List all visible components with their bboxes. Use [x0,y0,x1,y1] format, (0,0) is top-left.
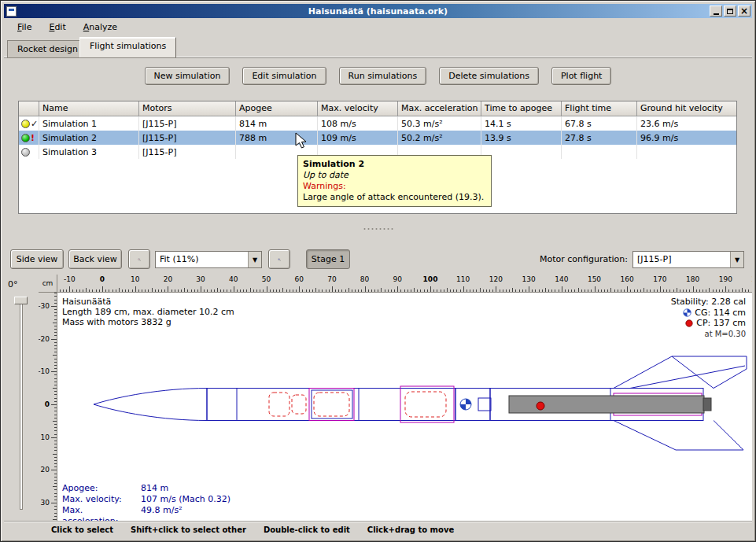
stability-info: Stability: 2.28 cal CG: 114 cm CP: 137 c… [671,297,746,339]
ruler-unit: cm [39,275,57,293]
menu-edit[interactable]: Edit [42,20,72,34]
table-cell[interactable]: [J115-P] [139,145,236,159]
status-cell [19,145,39,159]
zoom-out-button[interactable] [128,249,150,269]
cg-value: CG: 114 cm [695,308,746,319]
table-cell[interactable]: [J115-P] [139,131,236,145]
status-hint: Click+drag to move [367,525,454,534]
motor-nozzle [703,398,711,411]
maximize-icon [727,9,733,14]
run-simulations-button[interactable]: Run simulations [339,67,427,85]
zoom-in-button[interactable] [268,249,290,269]
window-title: Haisunäätä (haisunaata.ork) [4,6,752,17]
rocket-canvas[interactable]: Haisunäätä Length 189 cm, max. diameter … [57,293,752,521]
column-header[interactable]: Time to apogee [481,101,562,116]
column-header[interactable]: Motors [139,101,236,116]
motor-configuration-label: Motor configuration: [540,254,628,264]
minimize-button[interactable] [710,6,722,17]
table-cell[interactable]: 23.6 m/s [637,116,737,131]
rocket-name: Haisunäätä [62,297,234,307]
table-cell[interactable]: 14.1 s [481,116,562,131]
status-hint: Shift+click to select other [131,525,246,534]
cp-marker [537,402,544,410]
table-cell[interactable] [637,145,737,159]
table-cell[interactable]: 50.2 m/s² [398,131,481,145]
menu-analyze[interactable]: Analyze [76,20,124,34]
table-cell[interactable]: Simulation 2 [39,131,139,145]
mach-condition: at M=0.30 [671,329,746,340]
zoom-select[interactable]: Fit (11%) ▼ [155,251,262,268]
rotation-value: 0° [8,279,18,289]
column-header[interactable]: Max. acceleration [398,101,481,116]
motor-configuration-select[interactable]: [J115-P] ▼ [632,251,744,268]
table-cell[interactable]: Simulation 3 [39,145,139,159]
edit-simulation-button[interactable]: Edit simulation [242,67,326,85]
flight-stat-value: 814 m [141,483,168,494]
tab-rocket-design[interactable]: Rocket design [7,40,88,57]
status-hint: Click to select [51,525,113,534]
table-cell[interactable]: Simulation 1 [39,116,139,131]
maximize-button[interactable] [724,6,736,17]
motor-configuration-value: [J115-P] [633,252,730,267]
splitpane-divider[interactable] [363,228,393,230]
table-cell[interactable]: 13.9 s [481,131,562,145]
table-cell[interactable]: 109 m/s [318,131,398,145]
table-cell[interactable] [481,145,562,159]
table-cell[interactable]: 27.8 s [562,131,637,145]
horizontal-ruler: -100102030405060708090100110120130140150… [57,275,752,293]
view-toolbar: Side view Back view Fit (11%) ▼ Stage 1 … [4,245,752,275]
table-cell[interactable]: 67.8 s [562,116,637,131]
side-view-button[interactable]: Side view [10,249,64,269]
menubar: FileEditAnalyze [4,19,752,35]
column-header[interactable]: Max. velocity [318,101,398,116]
check-icon: ✓ [31,120,38,128]
table-cell[interactable] [562,145,637,159]
new-simulation-button[interactable]: New simulation [145,67,230,85]
chevron-down-icon[interactable]: ▼ [730,252,743,267]
rocket-info: Haisunäätä Length 189 cm, max. diameter … [62,297,234,327]
column-header[interactable] [19,101,39,116]
tooltip-warnings-label: Warnings: [303,181,486,192]
table-row[interactable]: ✓Simulation 1[J115-P]814 m108 m/s50.3 m/… [19,116,736,131]
column-header[interactable]: Name [39,101,139,116]
column-header[interactable]: Flight time [562,101,637,116]
column-header[interactable]: Ground hit velocity [637,101,737,116]
status-ok-icon [21,120,30,128]
table-cell[interactable]: [J115-P] [139,116,236,131]
status-cell: ✓ [19,116,39,131]
tooltip-warning-text: Large angle of attack encountered (19.3)… [303,192,486,203]
menu-file[interactable]: File [10,20,39,34]
chevron-down-icon[interactable]: ▼ [248,252,261,267]
back-view-button[interactable]: Back view [68,249,122,269]
cg-icon [683,308,691,317]
flight-summary: Apogee:814 mMax. velocity:107 m/s (Mach … [62,483,230,521]
status-bar: Click to selectShift+click to select oth… [4,521,752,538]
mouse-cursor [295,132,309,153]
flight-stat-label: Max. acceleration: [62,505,141,521]
rotation-slider-handle[interactable] [14,297,28,304]
table-cell[interactable]: 96.9 m/s [637,131,737,145]
app-icon[interactable] [6,6,17,17]
stage-1-toggle[interactable]: Stage 1 [306,249,350,269]
flight-stat-label: Apogee: [62,483,141,494]
column-header[interactable]: Apogee [236,101,318,116]
table-cell[interactable]: 814 m [236,116,318,131]
delete-simulations-button[interactable]: Delete simulations [439,67,539,85]
zoom-out-icon [138,253,141,266]
tab-strip: Rocket design Flight simulations [4,36,752,57]
simulation-tooltip: Simulation 2 Up to date Warnings: Large … [297,155,492,207]
status-cell: ! [19,131,39,145]
close-button[interactable]: × [738,6,750,17]
table-cell[interactable]: 50.3 m/s² [398,116,481,131]
table-cell[interactable]: 108 m/s [318,116,398,131]
warning-icon: ! [31,134,35,142]
vertical-ruler: -30-20-100102030 [39,293,57,521]
tab-flight-simulations[interactable]: Flight simulations [79,37,176,57]
cp-icon [685,319,693,327]
status-hint: Double-click to edit [264,525,350,534]
table-row[interactable]: !Simulation 2[J115-P]788 m109 m/s50.2 m/… [19,131,736,145]
rotation-slider-track[interactable] [20,300,23,510]
plot-flight-button[interactable]: Plot flight [551,67,611,85]
zoom-select-value: Fit (11%) [156,252,248,267]
window-frame: Haisunäätä (haisunaata.ork) × FileEditAn… [0,0,756,542]
